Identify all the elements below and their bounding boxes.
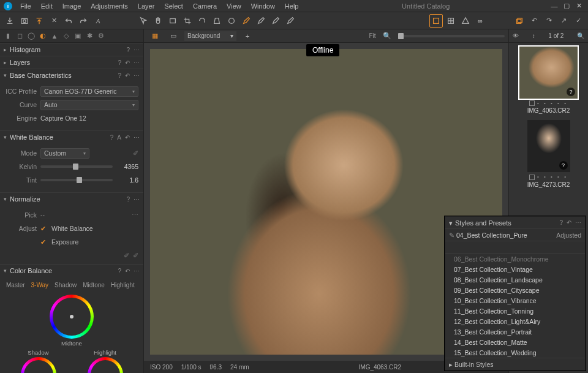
cb-tab-midtone[interactable]: Midtone bbox=[83, 282, 105, 288]
zoom-icon[interactable]: 🔍 bbox=[380, 29, 394, 43]
style-item[interactable]: 11_Best Collection_Tonning bbox=[445, 306, 585, 316]
tint-value[interactable]: 1.6 bbox=[116, 176, 138, 184]
undo-icon[interactable] bbox=[62, 14, 75, 28]
wb-header[interactable]: ▾ White Balance ?A↶⋯ bbox=[0, 131, 143, 143]
erase-icon[interactable] bbox=[254, 14, 268, 28]
style-item[interactable]: 09_Best Collection_Cityscape bbox=[445, 285, 585, 295]
radial-icon[interactable] bbox=[284, 14, 297, 28]
color-balance-header[interactable]: ▾ Color Balance ?↶⋯ bbox=[0, 265, 143, 277]
search-icon[interactable]: 🔍 bbox=[577, 32, 584, 39]
active-style-row[interactable]: ✎ 04_Best Collection_Pure Adjusted bbox=[445, 229, 585, 241]
help-icon[interactable]: ? bbox=[118, 72, 121, 79]
adjust-exp-check[interactable]: Exposure bbox=[51, 238, 78, 246]
hand-icon[interactable] bbox=[151, 14, 165, 28]
minimize-button[interactable]: — bbox=[549, 2, 560, 10]
reject-icon[interactable]: ✕ bbox=[47, 14, 61, 28]
copy-adjustments-icon[interactable] bbox=[513, 14, 526, 28]
menu-adjustments[interactable]: Adjustments bbox=[86, 1, 132, 11]
info-icon[interactable]: ? bbox=[559, 161, 568, 170]
single-view-icon[interactable]: ▭ bbox=[167, 29, 180, 43]
rotate-left-icon[interactable]: ↶ bbox=[527, 14, 541, 28]
style-item[interactable]: 08_Best Collection_Landscape bbox=[445, 274, 585, 285]
cb-tab-highlight[interactable]: Highlight bbox=[111, 282, 135, 288]
curve-select[interactable]: Auto▾ bbox=[40, 100, 138, 110]
tab-lens-icon[interactable]: ◯ bbox=[26, 31, 37, 42]
check-icon[interactable]: ✔ bbox=[40, 225, 48, 232]
arrow-up-icon[interactable]: ↗ bbox=[557, 14, 570, 28]
add-icon[interactable]: + bbox=[241, 29, 254, 43]
menu-icon[interactable]: ⋯ bbox=[134, 59, 140, 66]
style-item[interactable]: 15_Best Collection_Wedding bbox=[445, 347, 585, 358]
import-icon[interactable] bbox=[3, 14, 17, 28]
layers-header[interactable]: ▸ Layers ?↶⋯ bbox=[0, 56, 143, 69]
shadow-wheel[interactable] bbox=[21, 357, 56, 373]
styles-header[interactable]: ▾ Styles and Presets ?↶⋯ bbox=[445, 217, 585, 229]
tab-output-icon[interactable]: ⚙ bbox=[96, 31, 107, 42]
tab-color-icon[interactable]: ◐ bbox=[37, 31, 48, 42]
picker-icon[interactable]: ✐ bbox=[133, 149, 138, 157]
menu-edit[interactable]: Edit bbox=[37, 1, 57, 11]
rotate-right-icon[interactable]: ↷ bbox=[542, 14, 556, 28]
thumbnail[interactable]: ? • • • • • IMG_4063.CR2 bbox=[513, 47, 584, 114]
reset-icon[interactable]: ↶ bbox=[125, 268, 130, 274]
style-item[interactable]: 06_Best Collection_Monochrome bbox=[445, 254, 585, 264]
menu-icon[interactable]: ⋯ bbox=[134, 134, 140, 141]
style-item[interactable]: 14_Best Collection_Matte bbox=[445, 337, 585, 347]
menu-icon[interactable]: ⋯ bbox=[134, 196, 140, 203]
grid-view-icon[interactable]: ▦ bbox=[148, 29, 162, 43]
tab-capture-icon[interactable]: ◻ bbox=[14, 31, 25, 42]
brush-icon[interactable] bbox=[239, 14, 253, 28]
midtone-wheel[interactable] bbox=[50, 295, 94, 339]
tint-slider[interactable] bbox=[40, 179, 113, 181]
menu-view[interactable]: View bbox=[222, 1, 246, 11]
adjust-wb-check[interactable]: White Balance bbox=[51, 225, 93, 232]
menu-icon[interactable]: ⋯ bbox=[134, 47, 140, 53]
menu-help[interactable]: Help bbox=[281, 1, 303, 11]
menu-camera[interactable]: Camera bbox=[189, 1, 221, 11]
menu-icon[interactable]: ⋯ bbox=[134, 72, 140, 79]
menu-image[interactable]: Image bbox=[58, 1, 86, 11]
reset-icon[interactable]: ↶ bbox=[125, 134, 130, 141]
thumbnail[interactable]: ? • • • • • IMG_4273.CR2 bbox=[513, 120, 584, 187]
menu-file[interactable]: File bbox=[16, 1, 36, 11]
menu-icon[interactable]: ⋯ bbox=[134, 268, 140, 274]
highlight-wheel[interactable] bbox=[88, 357, 123, 373]
tab-local-icon[interactable]: ▣ bbox=[72, 31, 83, 42]
help-icon[interactable]: ? bbox=[559, 219, 563, 226]
kelvin-slider[interactable] bbox=[40, 165, 113, 168]
help-icon[interactable]: ? bbox=[118, 59, 121, 66]
cb-tab-3way[interactable]: 3-Way bbox=[31, 282, 49, 288]
capture-icon[interactable] bbox=[18, 14, 31, 28]
info-icon[interactable]: ? bbox=[567, 88, 575, 96]
style-item[interactable]: 10_Best Collection_Vibrance bbox=[445, 295, 585, 306]
reset-icon[interactable]: ↶ bbox=[125, 72, 130, 79]
crop-icon[interactable] bbox=[181, 14, 194, 28]
focus-mask-icon[interactable]: ∞ bbox=[473, 14, 487, 28]
annotate-icon[interactable]: A bbox=[91, 14, 105, 28]
sort-icon[interactable]: ↕ bbox=[532, 32, 535, 39]
reset-icon[interactable]: ↶ bbox=[567, 219, 571, 226]
warning-icon[interactable] bbox=[459, 14, 472, 28]
help-icon[interactable]: ? bbox=[126, 196, 130, 203]
export-icon[interactable] bbox=[32, 14, 46, 28]
tab-library-icon[interactable]: ▮ bbox=[2, 31, 13, 42]
keystone-icon[interactable] bbox=[210, 14, 224, 28]
tab-metadata-icon[interactable]: ✱ bbox=[84, 31, 95, 42]
help-icon[interactable]: ? bbox=[126, 47, 130, 53]
kelvin-value[interactable]: 4365 bbox=[116, 163, 138, 170]
redo-icon[interactable] bbox=[77, 14, 90, 28]
cb-tab-shadow[interactable]: Shadow bbox=[55, 282, 77, 288]
zoom-slider[interactable] bbox=[398, 35, 505, 37]
menu-icon[interactable]: ⋯ bbox=[575, 219, 581, 226]
close-button[interactable]: ✕ bbox=[573, 2, 584, 10]
menu-window[interactable]: Window bbox=[247, 1, 279, 11]
rotate-icon[interactable] bbox=[195, 14, 209, 28]
style-item[interactable]: 12_Best Collection_Light&Airy bbox=[445, 316, 585, 326]
reset-icon[interactable]: ↶ bbox=[125, 59, 130, 66]
tab-details-icon[interactable]: ◇ bbox=[61, 31, 72, 42]
help-icon[interactable]: ? bbox=[110, 134, 114, 141]
normalize-header[interactable]: ▾ Normalize ?⋯ bbox=[0, 193, 143, 205]
shape-icon[interactable] bbox=[166, 14, 179, 28]
check-icon[interactable]: ✔ bbox=[40, 238, 48, 246]
tab-exposure-icon[interactable]: ▲ bbox=[49, 31, 60, 42]
